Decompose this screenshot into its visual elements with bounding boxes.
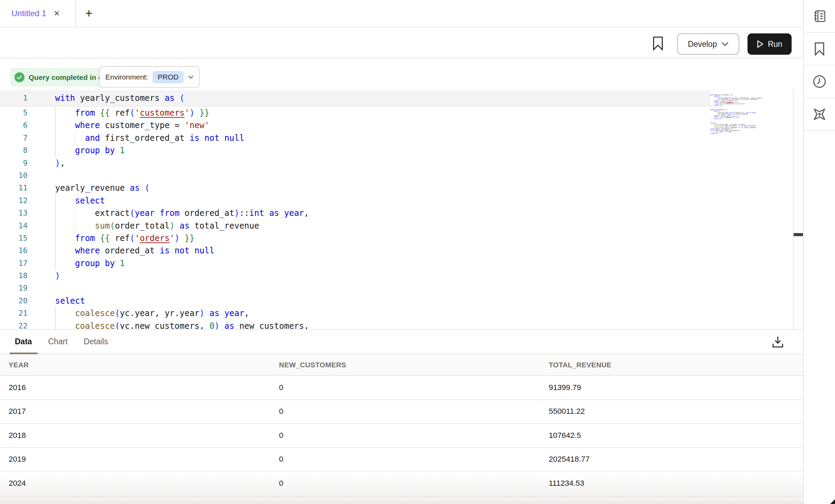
code-line[interactable]: 19 xyxy=(0,282,793,294)
new-tab-button[interactable]: + xyxy=(76,0,102,27)
sidebar-item-notebook[interactable] xyxy=(804,0,835,33)
sidebar-item-dbt[interactable] xyxy=(804,98,835,131)
code-line-text: extract(year from ordered_at)::int as ye… xyxy=(55,207,309,219)
results-tab-bar: DataChartDetails xyxy=(0,330,803,354)
code-line-text: from {{ ref('customers') }} xyxy=(55,107,209,119)
sidebar-item-bookmarks[interactable] xyxy=(804,33,835,65)
results-tab-details[interactable]: Details xyxy=(84,330,108,354)
bookmark-icon xyxy=(814,42,825,56)
editor-scrollbar-track[interactable] xyxy=(793,90,794,329)
code-line[interactable]: 21 coalesce(yc.year, yr.year) as year, xyxy=(0,307,793,319)
code-line[interactable]: 13 extract(year from ordered_at)::int as… xyxy=(0,207,793,219)
line-number: 11 xyxy=(0,182,28,194)
table-cell: 2016 xyxy=(9,383,26,392)
line-number: 10 xyxy=(0,169,28,182)
code-line[interactable]: 8 group by 1 xyxy=(0,144,793,157)
column-header[interactable]: NEW_CUSTOMERS xyxy=(279,361,346,369)
table-row[interactable]: 20170550011.22 xyxy=(0,400,803,424)
results-tab-data[interactable]: Data xyxy=(15,330,32,354)
results-tab-chart[interactable]: Chart xyxy=(48,330,68,354)
code-line-text: group by 1 xyxy=(55,257,125,270)
code-line[interactable]: 18) xyxy=(0,270,793,282)
line-number: 14 xyxy=(0,220,28,232)
table-row[interactable]: 20180107642.5 xyxy=(0,424,803,448)
download-icon xyxy=(772,336,784,348)
query-status-text: Query completed in 4s xyxy=(29,73,106,82)
editor-scrollbar-thumb[interactable] xyxy=(794,233,803,236)
code-line[interactable]: 14 sum(order_total) as total_revenue xyxy=(0,220,793,232)
run-label: Run xyxy=(768,40,782,49)
table-cell: 0 xyxy=(279,455,284,464)
environment-selector[interactable]: Environment: PROD xyxy=(99,66,200,88)
code-line[interactable]: 16 where ordered_at is not null xyxy=(0,244,793,257)
code-line[interactable]: 15 from {{ ref('orders') }} xyxy=(0,232,793,244)
history-clock-icon xyxy=(812,74,827,89)
sticky-scroll-line[interactable]: 1with yearly_customers as ( xyxy=(0,90,710,106)
code-line[interactable]: 7 and first_ordered_at is not null xyxy=(0,132,793,144)
download-button[interactable] xyxy=(770,335,785,350)
bookmark-icon xyxy=(652,36,664,51)
line-number: 12 xyxy=(0,195,28,207)
horizontal-scrollbar-track[interactable] xyxy=(0,496,803,504)
sidebar-item-history[interactable] xyxy=(804,65,835,98)
line-number: 20 xyxy=(0,295,28,307)
table-row[interactable]: 2016091399.79 xyxy=(0,376,803,400)
line-number: 18 xyxy=(0,270,28,282)
table-cell: 2024 xyxy=(9,479,26,488)
table-cell: 550011.22 xyxy=(549,407,585,416)
code-line[interactable]: 20select xyxy=(0,295,793,307)
code-line[interactable]: 22 coalesce(yc.new_customers, 0) as new_… xyxy=(0,320,793,329)
chevron-down-icon xyxy=(722,42,729,46)
run-button[interactable]: Run xyxy=(748,33,792,55)
develop-label: Develop xyxy=(688,40,717,49)
line-number: 6 xyxy=(0,119,28,132)
code-line[interactable]: 12 select xyxy=(0,195,793,207)
table-cell: 0 xyxy=(279,431,284,440)
column-header[interactable]: YEAR xyxy=(9,361,29,369)
code-line[interactable]: 11yearly_revenue as ( xyxy=(0,182,793,194)
code-line-text: where customer_type = 'new' xyxy=(55,119,209,132)
table-row[interactable]: 201902025418.77 xyxy=(0,448,803,472)
line-number: 19 xyxy=(0,282,28,294)
code-line[interactable]: 1with yearly_customers as ( xyxy=(0,90,710,106)
line-number: 15 xyxy=(0,232,28,244)
code-line-text: with yearly_customers as ( xyxy=(55,90,185,106)
table-cell: 0 xyxy=(279,407,284,416)
line-number: 7 xyxy=(0,132,28,144)
tab-title: Untitled 1 xyxy=(11,9,46,18)
toolbar: Develop Run xyxy=(0,28,803,59)
bookmark-button[interactable] xyxy=(650,35,666,52)
line-number: 9 xyxy=(0,157,28,169)
minimap-line: order by 1 xyxy=(710,133,792,134)
sql-ide-window: Untitled 1 × + Develop Run Query complet… xyxy=(0,0,835,504)
close-tab-icon[interactable]: × xyxy=(54,9,59,18)
table-cell: 91399.79 xyxy=(549,383,581,392)
column-header[interactable]: TOTAL_REVENUE xyxy=(549,361,611,369)
code-line-text: ) xyxy=(55,270,60,282)
line-number: 22 xyxy=(0,320,28,329)
code-line-text: where ordered_at is not null xyxy=(55,244,214,257)
table-cell: 2018 xyxy=(9,431,26,440)
line-number: 8 xyxy=(0,144,28,157)
code-line-text: sum(order_total) as total_revenue xyxy=(55,220,259,232)
check-circle-icon xyxy=(14,72,24,82)
table-row[interactable]: 20240111234.53 xyxy=(0,472,803,496)
code-line[interactable]: 9), xyxy=(0,157,793,169)
notebook-icon xyxy=(813,9,826,23)
code-line-text: coalesce(yc.new_customers, 0) as new_cus… xyxy=(55,320,309,329)
code-line[interactable]: 5 from {{ ref('customers') }} xyxy=(0,107,793,119)
code-line-text: group by 1 xyxy=(55,144,125,157)
table-cell: 2019 xyxy=(9,455,26,464)
query-status-badge: Query completed in 4s xyxy=(10,68,112,87)
environment-label: Environment: xyxy=(105,73,148,81)
tab-untitled-1[interactable]: Untitled 1 × xyxy=(0,0,76,27)
develop-button[interactable]: Develop xyxy=(677,33,739,55)
line-number: 13 xyxy=(0,207,28,219)
code-line-text: select xyxy=(55,295,85,307)
code-line[interactable]: 6 where customer_type = 'new' xyxy=(0,119,793,132)
editor-minimap[interactable]: with yearly_customers as ( select extrac… xyxy=(710,94,792,136)
code-line[interactable]: 17 group by 1 xyxy=(0,257,793,270)
sql-editor[interactable]: 1with yearly_customers as ( 5 from {{ re… xyxy=(0,90,803,329)
table-cell: 111234.53 xyxy=(549,479,584,488)
code-line[interactable]: 10 xyxy=(0,169,793,182)
